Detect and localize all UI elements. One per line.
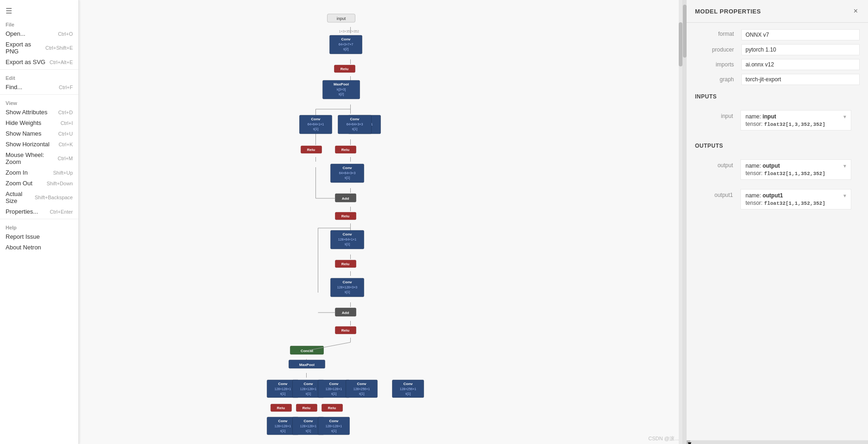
menu-open[interactable]: Open... Ctrl+O: [0, 28, 78, 39]
output-name-value-1: output1: [763, 192, 783, 199]
svg-text:Conv: Conv: [304, 382, 314, 386]
svg-text:Conv: Conv: [341, 37, 351, 41]
inputs-container: input name: input tensor: float32[1,3,35…: [687, 104, 868, 139]
svg-text:Relu: Relu: [341, 262, 349, 266]
output-name-line-0: name: output: [746, 163, 846, 169]
menu-show-horizontal[interactable]: Show Horizontal Ctrl+K: [0, 139, 78, 150]
prop-key-format: format: [695, 28, 741, 41]
divider-3: [0, 219, 78, 219]
input-tensor-value: float32[1,3,352,352]: [764, 122, 825, 127]
canvas-area[interactable]: input 1×3×352×352 Conv 64×3×7×7 s[2] Rel…: [79, 0, 682, 444]
canvas-scrollbar[interactable]: [679, 0, 682, 444]
panel-title: MODEL PROPERTIES: [695, 8, 761, 15]
io-value-output1[interactable]: name: output1 tensor: float32[1,1,352,35…: [740, 189, 851, 209]
svg-text:s[1]: s[1]: [352, 127, 357, 131]
svg-text:Conv: Conv: [404, 382, 413, 386]
svg-text:Conv: Conv: [329, 382, 339, 386]
output-tensor-label-1: tensor:: [746, 200, 764, 206]
prop-key-graph: graph: [695, 74, 741, 86]
svg-text:Relu: Relu: [307, 148, 315, 152]
section-outputs: OUTPUTS: [687, 139, 868, 153]
svg-text:128×128×1: 128×128×1: [300, 424, 317, 428]
section-inputs: INPUTS: [687, 90, 868, 104]
svg-text:s[1]: s[1]: [280, 429, 285, 433]
prop-key-producer: producer: [695, 44, 741, 56]
svg-text:s[1]: s[1]: [313, 127, 318, 131]
svg-text:128×128×1: 128×128×1: [275, 387, 291, 391]
menu-actual-size[interactable]: Actual Size Shift+Backspace: [0, 189, 78, 206]
svg-text:Relu: Relu: [328, 406, 336, 410]
svg-text:128×128×3×3: 128×128×3×3: [337, 286, 358, 289]
svg-text:Conv: Conv: [311, 117, 321, 121]
svg-text:64×3×7×7: 64×3×7×7: [339, 43, 354, 46]
output-name-label-1: name:: [746, 192, 763, 199]
menu-mouse-wheel-zoom[interactable]: Mouse Wheel: Zoom Ctrl+M: [0, 150, 78, 167]
canvas-scrollbar-thumb[interactable]: [679, 22, 682, 67]
menu-show-attributes[interactable]: Show Attributes Ctrl+D: [0, 107, 78, 118]
input-tensor-line: tensor: float32[1,3,352,352]: [746, 121, 846, 127]
panel-scrollbar-track[interactable]: [683, 0, 687, 444]
svg-text:Add: Add: [342, 196, 349, 201]
menu-hide-weights[interactable]: Hide Weights Ctrl+I: [0, 118, 78, 128]
svg-text:s[2]: s[2]: [343, 47, 348, 51]
svg-text:s[2]: s[2]: [339, 92, 344, 96]
svg-text:Conv: Conv: [304, 419, 314, 423]
svg-text:128×128×1: 128×128×1: [326, 387, 342, 391]
output-expand-arrow-1[interactable]: ▼: [842, 193, 847, 198]
svg-text:s[1]: s[1]: [306, 392, 311, 396]
graph-svg: input 1×3×352×352 Conv 64×3×7×7 s[2] Rel…: [79, 0, 682, 444]
svg-text:1×3×352×352: 1×3×352×352: [339, 30, 360, 33]
svg-text:MaxPool: MaxPool: [334, 82, 349, 86]
menu-export-svg[interactable]: Export as SVG Ctrl+Alt+E: [0, 57, 78, 67]
section-file: File: [0, 18, 78, 28]
panel-header: MODEL PROPERTIES ×: [687, 0, 868, 23]
output-expand-arrow-0[interactable]: ▼: [842, 163, 847, 169]
panel-scrollbar-thumb[interactable]: [683, 5, 687, 58]
properties-panel: MODEL PROPERTIES × format ONNX v7 produc…: [682, 0, 868, 444]
svg-text:64×64×1×1: 64×64×1×1: [308, 123, 324, 126]
model-props-grid: format ONNX v7 producer pytorch 1.10 imp…: [695, 28, 860, 86]
svg-text:Relu: Relu: [341, 214, 349, 218]
io-key-output1: output1: [703, 189, 740, 198]
menu-show-names[interactable]: Show Names Ctrl+U: [0, 128, 78, 139]
svg-text:Conv: Conv: [329, 419, 339, 423]
output-name-value-0: output: [763, 163, 780, 169]
svg-text:128×256×1: 128×256×1: [400, 387, 417, 391]
io-value-input[interactable]: name: input tensor: float32[1,3,352,352]…: [740, 110, 851, 131]
panel-bottom-scrollbar[interactable]: ▼: [687, 440, 868, 444]
svg-text:MaxPool: MaxPool: [299, 363, 315, 367]
menu-zoom-in[interactable]: Zoom In Shift+Up: [0, 167, 78, 178]
svg-text:Conv: Conv: [278, 382, 288, 386]
svg-text:s[1]: s[1]: [345, 176, 350, 180]
panel-scroll-down-btn[interactable]: ▼: [687, 440, 690, 444]
divider-1: [0, 69, 78, 70]
menu-properties[interactable]: Properties... Ctrl+Enter: [0, 206, 78, 217]
close-button[interactable]: ×: [852, 7, 860, 16]
svg-text:Conv: Conv: [350, 117, 360, 121]
outputs-container: output name: output tensor: float32[1,1,…: [687, 153, 868, 218]
svg-text:Conv: Conv: [278, 419, 288, 423]
menu-report-issue[interactable]: Report Issue: [0, 231, 78, 242]
menu-export-png[interactable]: Export as PNG Ctrl+Shift+E: [0, 39, 78, 57]
svg-text:s[1]: s[1]: [331, 429, 336, 433]
svg-text:64×64×3×3: 64×64×3×3: [347, 123, 363, 126]
prop-value-imports: ai.onnx v12: [741, 59, 860, 70]
io-value-output[interactable]: name: output tensor: float32[1,1,352,352…: [740, 159, 851, 180]
input-name-line: name: input: [746, 113, 846, 120]
menu-about-netron[interactable]: About Netron: [0, 242, 78, 253]
menu-find[interactable]: Find... Ctrl+F: [0, 82, 78, 92]
watermark: CSDN @滚...: [648, 435, 679, 442]
svg-text:Add: Add: [342, 311, 349, 315]
input-expand-arrow[interactable]: ▼: [842, 114, 847, 119]
menu-panel: ☰ File Open... Ctrl+O Export as PNG Ctrl…: [0, 0, 79, 444]
input-tensor-label: tensor:: [746, 121, 764, 127]
svg-text:Concat: Concat: [301, 349, 313, 353]
svg-text:s[1]: s[1]: [306, 429, 311, 433]
hamburger-icon[interactable]: ☰: [0, 4, 78, 18]
section-edit: Edit: [0, 72, 78, 82]
menu-zoom-out[interactable]: Zoom Out Shift+Down: [0, 178, 78, 189]
model-props-container: format ONNX v7 producer pytorch 1.10 imp…: [687, 23, 868, 90]
output-tensor-line-0: tensor: float32[1,1,352,352]: [746, 170, 846, 176]
svg-text:Conv: Conv: [343, 280, 353, 284]
output-tensor-label-0: tensor:: [746, 170, 764, 176]
